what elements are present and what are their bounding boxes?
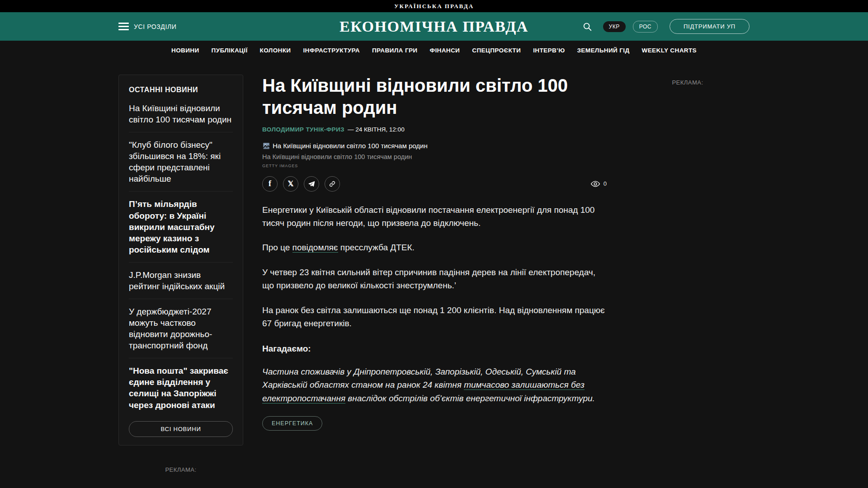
lang-toggle-ros[interactable]: РОС [633, 21, 658, 33]
nav-item-6[interactable]: СПЕЦПРОЄКТИ [472, 47, 521, 54]
search-icon[interactable] [581, 21, 593, 33]
broken-image-icon [262, 142, 270, 150]
nav-item-1[interactable]: ПУБЛІКАЦІЇ [212, 47, 248, 54]
reminder-heading: Нагадаємо: [262, 344, 607, 354]
right-rail: РЕКЛАМА: [626, 75, 750, 473]
image-alt-text: На Київщині відновили світло 100 тисячам… [273, 142, 428, 150]
facebook-icon[interactable]: f [262, 176, 278, 192]
nav-item-2[interactable]: КОЛОНКИ [260, 47, 291, 54]
support-up-button[interactable]: ПІДТРИМАТИ УП [670, 19, 750, 34]
nav-item-3[interactable]: ІНФРАСТРУКТУРА [303, 47, 360, 54]
publish-date: — 24 КВІТНЯ, 12:00 [348, 126, 405, 133]
latest-news-list: На Київщині відновили світло 100 тисячам… [129, 96, 233, 418]
tag-energetika[interactable]: ЕНЕРГЕТИКА [262, 416, 322, 431]
latest-news-item[interactable]: На Київщині відновили світло 100 тисячам… [129, 96, 233, 132]
latest-news-item[interactable]: "Клуб білого бізнесу" збільшився на 18%:… [129, 132, 233, 192]
article-paragraph: Енергетики у Київській області відновили… [262, 203, 607, 230]
site-header: УСІ РОЗДІЛИ ЕКОНОМІЧНА ПРАВДА УКР РОС ПІ… [0, 12, 868, 41]
nav-item-5[interactable]: ФІНАНСИ [429, 47, 460, 54]
nav-item-8[interactable]: ЗЕМЕЛЬНИЙ ГІД [577, 47, 630, 54]
article-title: На Київщині відновили світло 100 тисячам… [262, 75, 607, 119]
article-figure: На Київщині відновили світло 100 тисячам… [262, 142, 607, 168]
all-news-button[interactable]: ВСІ НОВИНИ [129, 421, 233, 437]
view-count: 0 [604, 180, 607, 187]
inline-link[interactable]: тимчасово залишаються без електропостача… [262, 380, 585, 403]
ekonomichna-pravda-logo[interactable]: ЕКОНОМІЧНА ПРАВДА [340, 18, 528, 35]
share-row: f 𝕏 [262, 176, 607, 192]
latest-news-item[interactable]: J.P.Morgan знизив рейтинг індійських акц… [129, 263, 233, 299]
ukrainska-pravda-logo[interactable]: УКРАЇНСЬКА ПРАВДА [394, 3, 474, 10]
latest-news-panel: ОСТАННІ НОВИНИ На Київщині відновили сві… [118, 75, 243, 446]
sidebar-ad-label: РЕКЛАМА: [118, 466, 243, 473]
article-body: Енергетики у Київській області відновили… [262, 203, 607, 405]
latest-news-title: ОСТАННІ НОВИНИ [129, 86, 233, 94]
all-sections-menu-button[interactable]: УСІ РОЗДІЛИ [118, 23, 176, 30]
link-icon[interactable] [325, 176, 340, 192]
article-paragraph: На ранок без світла залишаються ще понад… [262, 304, 607, 330]
article-paragraph: Про це повідомляє пресслужба ДТЕК. [262, 241, 607, 254]
image-caption: На Київщині відновили світло 100 тисячам… [262, 153, 607, 160]
left-column: ОСТАННІ НОВИНИ На Київщині відновили сві… [118, 75, 243, 473]
nav-item-0[interactable]: НОВИНИ [171, 47, 199, 54]
image-credit: GETTY IMAGES [262, 164, 607, 168]
hamburger-icon [118, 23, 129, 30]
nav-item-7[interactable]: ІНТЕРВ’Ю [533, 47, 565, 54]
view-counter: 0 [590, 179, 607, 189]
right-ad-label: РЕКЛАМА: [672, 79, 703, 86]
article-paragraph: Частина споживачів у Дніпропетровській, … [262, 365, 607, 405]
article: На Київщині відновили світло 100 тисячам… [262, 75, 607, 473]
eye-icon [590, 179, 600, 189]
main-nav: НОВИНИПУБЛІКАЦІЇКОЛОНКИІНФРАСТРУКТУРАПРА… [0, 41, 868, 60]
inline-link[interactable]: повідомляє [292, 243, 338, 253]
lang-toggle-ukr[interactable]: УКР [603, 21, 626, 32]
author-link[interactable]: ВОЛОДИМИР ТУНІК-ФРИЗ [262, 126, 344, 133]
nav-item-9[interactable]: WEEKLY CHARTS [642, 47, 697, 54]
latest-news-item[interactable]: "Нова пошта" закриває єдине відділення у… [129, 358, 233, 417]
top-brand-bar: УКРАЇНСЬКА ПРАВДА [0, 0, 868, 12]
all-sections-label: УСІ РОЗДІЛИ [134, 23, 176, 30]
byline: ВОЛОДИМИР ТУНІК-ФРИЗ — 24 КВІТНЯ, 12:00 [262, 126, 607, 133]
latest-news-item[interactable]: У держбюджеті-2027 можуть частково відно… [129, 299, 233, 358]
telegram-icon[interactable] [304, 176, 319, 192]
article-paragraph: У четвер 23 квітня сильний вітер спричин… [262, 266, 607, 292]
latest-news-item[interactable]: П’ять мільярдів обороту: в Україні викри… [129, 192, 233, 262]
x-icon[interactable]: 𝕏 [283, 176, 298, 192]
nav-item-4[interactable]: ПРАВИЛА ГРИ [372, 47, 417, 54]
tag-row: ЕНЕРГЕТИКА [262, 416, 607, 431]
